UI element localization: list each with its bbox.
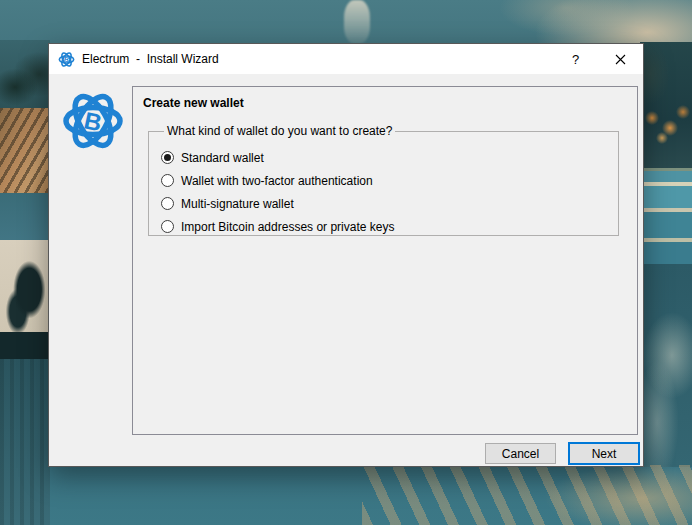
window-titlebar[interactable]: B Electrum - Install Wizard ? — [49, 44, 643, 74]
radio-button-icon[interactable] — [161, 197, 174, 210]
radio-standard-wallet[interactable]: Standard wallet — [161, 146, 618, 169]
window-title: Electrum - Install Wizard — [82, 52, 219, 66]
close-button[interactable] — [598, 44, 643, 74]
radio-two-factor-wallet[interactable]: Wallet with two-factor authentication — [161, 169, 618, 192]
wallpaper-sandbar-bottom — [362, 465, 692, 525]
desktop-wallpaper: B Electrum - Install Wizard ? B — [0, 0, 692, 525]
radio-import-addresses[interactable]: Import Bitcoin addresses or private keys — [161, 215, 618, 238]
wallet-kind-groupbox: What kind of wallet do you want to creat… — [148, 124, 619, 236]
wallpaper-tree-silhouette — [4, 250, 50, 338]
wizard-content-panel: Create new wallet What kind of wallet do… — [132, 86, 638, 435]
radio-button-icon[interactable] — [161, 220, 174, 233]
wizard-heading: Create new wallet — [143, 96, 627, 110]
wallpaper-trees-left — [0, 40, 50, 116]
electrum-logo: B — [61, 89, 125, 153]
radio-label: Standard wallet — [181, 151, 264, 165]
radio-label: Wallet with two-factor authentication — [181, 174, 373, 188]
wallpaper-water-left — [0, 193, 50, 243]
help-button[interactable]: ? — [553, 44, 598, 74]
electrum-app-icon: B — [58, 51, 75, 68]
close-icon — [615, 54, 626, 65]
groupbox-title: What kind of wallet do you want to creat… — [164, 124, 395, 138]
wallpaper-water-right — [642, 264, 692, 467]
wizard-body: B Create new wallet What kind of wallet … — [49, 74, 643, 466]
wallpaper-dark-bank — [0, 332, 50, 359]
electrum-install-wizard-window: B Electrum - Install Wizard ? B — [48, 43, 644, 467]
radio-button-icon[interactable] — [161, 174, 174, 187]
wallpaper-slope-left — [0, 108, 50, 196]
help-icon: ? — [572, 52, 579, 67]
radio-multisig-wallet[interactable]: Multi-signature wallet — [161, 192, 618, 215]
radio-label: Multi-signature wallet — [181, 197, 294, 211]
radio-label: Import Bitcoin addresses or private keys — [181, 220, 394, 234]
wallpaper-reflection-left — [0, 359, 50, 525]
cancel-button[interactable]: Cancel — [485, 443, 556, 464]
wallpaper-forest-right — [640, 42, 692, 170]
wallpaper-shore-left — [0, 240, 50, 334]
next-button[interactable]: Next — [568, 442, 640, 465]
wallpaper-shoreline-right — [640, 168, 692, 264]
radio-button-icon[interactable] — [161, 151, 174, 164]
wallpaper-waterfall — [344, 0, 370, 44]
